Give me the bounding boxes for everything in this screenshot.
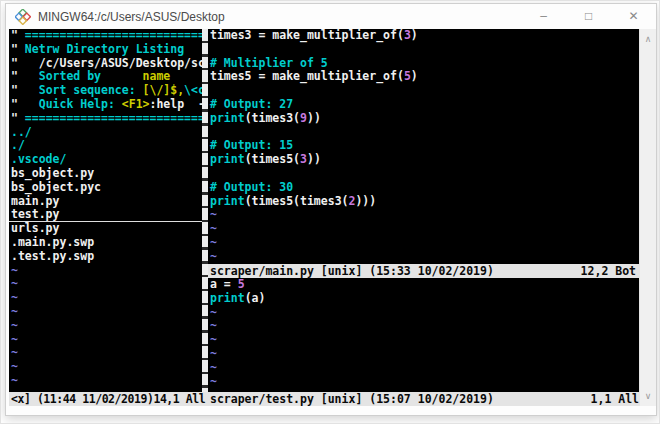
window-title: MINGW64:/c/Users/ASUS/Desktop xyxy=(38,10,225,24)
empty-line-tilde: ~ xyxy=(9,346,202,360)
empty-line-tilde: ~ xyxy=(208,333,639,347)
netrw-banner-line: " ======================================… xyxy=(9,112,202,126)
minimize-button[interactable]: – xyxy=(521,4,566,29)
main-py-pane[interactable]: times3 = make_multiplier_of(3)# Multipli… xyxy=(208,29,639,264)
netrw-statusline: <x] (11:44 11/02/2019)14,1 All xyxy=(9,392,208,406)
empty-line-tilde: ~ xyxy=(208,236,639,250)
netrw-entry[interactable]: urls.py xyxy=(9,222,202,236)
empty-line-tilde: ~ xyxy=(208,208,639,222)
netrw-banner-line: " Sort sequence: [\/]$,\<core xyxy=(9,84,202,98)
empty-line-tilde: ~ xyxy=(9,319,202,333)
code-line: print(times5(3)) xyxy=(208,153,639,167)
maximize-button[interactable]: □ xyxy=(566,4,611,29)
netrw-entry[interactable]: ../ xyxy=(9,126,202,140)
main-py-statusline: scraper/main.py [unix] (15:33 10/02/2019… xyxy=(208,264,639,278)
empty-line-tilde: ~ xyxy=(9,291,202,305)
empty-line-tilde: ~ xyxy=(208,319,639,333)
main-py-status-ruler: 12,2 Bot xyxy=(581,264,639,278)
empty-line-tilde: ~ xyxy=(208,347,639,361)
netrw-entry[interactable]: test.py xyxy=(9,208,202,222)
empty-line-tilde: ~ xyxy=(9,333,202,347)
test-py-status-file: scraper/test.py [unix] (15:07 10/02/2019… xyxy=(210,392,494,406)
empty-line-tilde: ~ xyxy=(208,306,639,320)
code-line: # Output: 27 xyxy=(208,98,639,112)
netrw-pane[interactable]: " ======================================… xyxy=(9,29,202,392)
code-line: # Output: 30 xyxy=(208,181,639,195)
test-py-statusline: scraper/test.py [unix] (15:07 10/02/2019… xyxy=(208,392,639,406)
netrw-banner-line: " Sorted by name xyxy=(9,70,202,84)
netrw-entry[interactable]: .main.py.swp xyxy=(9,236,202,250)
code-line: times3 = make_multiplier_of(3) xyxy=(208,29,639,43)
scrollbar-up-icon[interactable]: ∧ xyxy=(640,31,656,47)
code-line: times5 = make_multiplier_of(5) xyxy=(208,70,639,84)
scrollbar-down-icon[interactable]: ∨ xyxy=(640,388,656,404)
empty-line-tilde: ~ xyxy=(9,374,202,388)
code-line: a = 5 xyxy=(208,278,639,292)
netrw-entry[interactable]: ./ xyxy=(9,139,202,153)
netrw-entry[interactable]: .vscode/ xyxy=(9,153,202,167)
test-py-status-ruler: 1,1 All xyxy=(591,392,639,406)
netrw-banner-line: " Netrw Directory Listing xyxy=(9,43,202,57)
msys-app-icon xyxy=(15,9,31,25)
netrw-entry[interactable]: main.py xyxy=(9,195,202,209)
empty-line-tilde: ~ xyxy=(208,361,639,375)
empty-line-tilde: ~ xyxy=(9,277,202,291)
empty-line-tilde: ~ xyxy=(9,305,202,319)
netrw-banner-line: " ======================================… xyxy=(9,29,202,43)
terminal-area: " ======================================… xyxy=(9,29,639,406)
code-line: print(times3(9)) xyxy=(208,112,639,126)
main-py-status-file: scraper/main.py [unix] (15:33 10/02/2019… xyxy=(208,264,494,278)
netrw-banner-line: " /c/Users/ASUS/Desktop/scraper xyxy=(9,57,202,71)
code-line xyxy=(208,167,639,181)
test-py-pane[interactable]: a = 5print(a)~~~~~~ xyxy=(208,278,639,392)
netrw-entry[interactable]: bs_object.pyc xyxy=(9,181,202,195)
terminal-scrollbar[interactable]: ∧ ∨ xyxy=(639,29,656,406)
empty-line-tilde: ~ xyxy=(9,264,202,278)
close-button[interactable]: ✕ xyxy=(611,4,656,29)
code-line xyxy=(208,43,639,57)
empty-line-tilde: ~ xyxy=(208,375,639,389)
code-line xyxy=(208,126,639,140)
code-line: print(a) xyxy=(208,292,639,306)
netrw-entry[interactable]: .test.py.swp xyxy=(9,250,202,264)
title-bar[interactable]: MINGW64:/c/Users/ASUS/Desktop – □ ✕ xyxy=(6,4,656,29)
netrw-banner-line: " Quick Help: <F1>:help -:go up dir xyxy=(9,98,202,112)
code-line xyxy=(208,84,639,98)
empty-line-tilde: ~ xyxy=(9,360,202,374)
mintty-window: MINGW64:/c/Users/ASUS/Desktop – □ ✕ " ==… xyxy=(5,3,657,416)
empty-line-tilde: ~ xyxy=(208,222,639,236)
empty-line-tilde: ~ xyxy=(208,250,639,264)
screenshot-root: MINGW64:/c/Users/ASUS/Desktop – □ ✕ " ==… xyxy=(0,0,660,424)
code-line: print(times5(times3(2))) xyxy=(208,195,639,209)
netrw-entry[interactable]: bs_object.py xyxy=(9,167,202,181)
code-line: # Output: 15 xyxy=(208,139,639,153)
code-line: # Multiplier of 5 xyxy=(208,57,639,71)
